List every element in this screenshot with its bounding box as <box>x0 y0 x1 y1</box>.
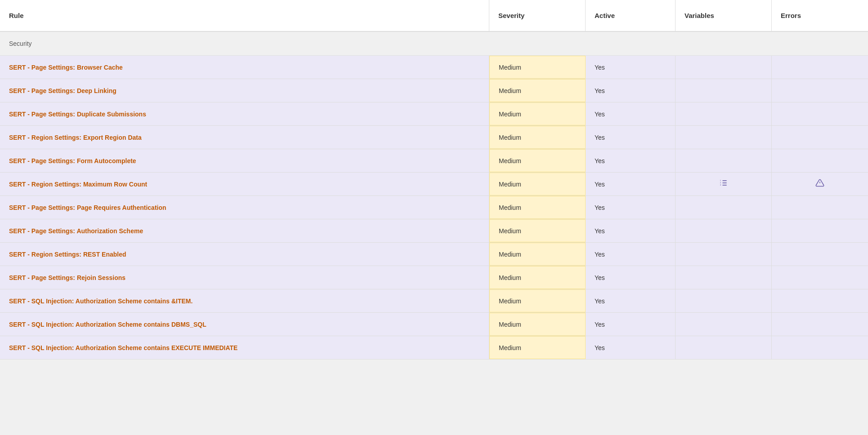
table-row[interactable]: SERT - Page Settings: Duplicate Submissi… <box>0 102 868 126</box>
errors-cell <box>772 102 868 125</box>
table-row[interactable]: SERT - SQL Injection: Authorization Sche… <box>0 289 868 313</box>
table-row[interactable]: SERT - Page Settings: Page Requires Auth… <box>0 196 868 219</box>
variables-cell <box>676 313 772 336</box>
header-errors: Errors <box>772 0 868 31</box>
severity-cell: Medium <box>489 336 586 359</box>
variables-cell <box>676 79 772 102</box>
rule-cell: SERT - SQL Injection: Authorization Sche… <box>0 289 489 312</box>
errors-cell <box>772 56 868 79</box>
table-row[interactable]: SERT - SQL Injection: Authorization Sche… <box>0 313 868 336</box>
variables-cell <box>676 243 772 266</box>
errors-cell <box>772 266 868 289</box>
severity-cell: Medium <box>489 219 586 242</box>
header-rule: Rule <box>0 0 489 31</box>
active-cell: Yes <box>586 79 676 102</box>
severity-cell: Medium <box>489 313 586 336</box>
rule-cell: SERT - Page Settings: Page Requires Auth… <box>0 196 489 219</box>
errors-cell <box>772 126 868 149</box>
active-cell: Yes <box>586 56 676 79</box>
rule-cell: SERT - SQL Injection: Authorization Sche… <box>0 336 489 359</box>
table-row[interactable]: SERT - Region Settings: Export Region Da… <box>0 126 868 149</box>
variables-cell <box>676 336 772 359</box>
rule-cell: SERT - Region Settings: Maximum Row Coun… <box>0 173 489 195</box>
severity-cell: Medium <box>489 289 586 312</box>
header-severity: Severity <box>489 0 586 31</box>
rule-cell: SERT - Page Settings: Deep Linking <box>0 79 489 102</box>
severity-cell: Medium <box>489 196 586 219</box>
errors-cell <box>772 219 868 242</box>
table-row[interactable]: SERT - Page Settings: Rejoin SessionsMed… <box>0 266 868 289</box>
rule-cell: SERT - Page Settings: Duplicate Submissi… <box>0 102 489 125</box>
active-cell: Yes <box>586 243 676 266</box>
severity-cell: Medium <box>489 243 586 266</box>
rule-cell: SERT - SQL Injection: Authorization Sche… <box>0 313 489 336</box>
rule-cell: SERT - Page Settings: Form Autocomplete <box>0 149 489 172</box>
table-row[interactable]: SERT - Page Settings: Authorization Sche… <box>0 219 868 243</box>
rule-name: SERT - Region Settings: REST Enabled <box>9 251 126 258</box>
rule-cell: SERT - Page Settings: Rejoin Sessions <box>0 266 489 289</box>
active-cell: Yes <box>586 289 676 312</box>
errors-cell <box>772 149 868 172</box>
rule-name: SERT - Region Settings: Maximum Row Coun… <box>9 181 147 188</box>
table-row[interactable]: SERT - Region Settings: REST EnabledMedi… <box>0 243 868 266</box>
rule-name: SERT - SQL Injection: Authorization Sche… <box>9 344 237 351</box>
variables-cell <box>676 149 772 172</box>
active-cell: Yes <box>586 196 676 219</box>
table-row[interactable]: SERT - Page Settings: Browser CacheMediu… <box>0 56 868 79</box>
section-security: Security <box>0 32 868 56</box>
rule-cell: SERT - Page Settings: Browser Cache <box>0 56 489 79</box>
errors-cell <box>772 313 868 336</box>
rule-name: SERT - Page Settings: Browser Cache <box>9 64 123 71</box>
errors-cell <box>772 336 868 359</box>
active-cell: Yes <box>586 266 676 289</box>
svg-text:3: 3 <box>720 184 721 186</box>
severity-cell: Medium <box>489 56 586 79</box>
severity-cell: Medium <box>489 126 586 149</box>
variables-cell <box>676 266 772 289</box>
rule-name: SERT - Region Settings: Export Region Da… <box>9 134 142 141</box>
rule-cell: SERT - Page Settings: Authorization Sche… <box>0 219 489 242</box>
severity-cell: Medium <box>489 102 586 125</box>
warning-icon[interactable] <box>815 178 824 190</box>
rule-name: SERT - Page Settings: Duplicate Submissi… <box>9 111 146 118</box>
active-cell: Yes <box>586 336 676 359</box>
rule-name: SERT - SQL Injection: Authorization Sche… <box>9 297 192 305</box>
active-cell: Yes <box>586 219 676 242</box>
variables-cell <box>676 102 772 125</box>
active-cell: Yes <box>586 149 676 172</box>
variables-cell <box>676 196 772 219</box>
variables-cell: 1 2 3 <box>676 173 772 195</box>
variables-cell <box>676 289 772 312</box>
list-icon[interactable]: 1 2 3 <box>719 178 728 190</box>
table-row[interactable]: SERT - Page Settings: Deep LinkingMedium… <box>0 79 868 102</box>
errors-cell <box>772 196 868 219</box>
active-cell: Yes <box>586 126 676 149</box>
table-header: Rule Severity Active Variables Errors <box>0 0 868 32</box>
variables-cell <box>676 126 772 149</box>
errors-cell <box>772 173 868 195</box>
rule-name: SERT - Page Settings: Authorization Sche… <box>9 227 143 235</box>
rule-name: SERT - SQL Injection: Authorization Sche… <box>9 321 206 328</box>
variables-cell <box>676 56 772 79</box>
rule-name: SERT - Page Settings: Deep Linking <box>9 87 116 94</box>
rule-cell: SERT - Region Settings: REST Enabled <box>0 243 489 266</box>
errors-cell <box>772 289 868 312</box>
severity-cell: Medium <box>489 149 586 172</box>
rule-name: SERT - Page Settings: Page Requires Auth… <box>9 204 166 211</box>
active-cell: Yes <box>586 313 676 336</box>
table-row[interactable]: SERT - Region Settings: Maximum Row Coun… <box>0 173 868 196</box>
table-body: SERT - Page Settings: Browser CacheMediu… <box>0 56 868 360</box>
severity-cell: Medium <box>489 79 586 102</box>
active-cell: Yes <box>586 173 676 195</box>
main-table-container: Rule Severity Active Variables Errors Se… <box>0 0 868 435</box>
errors-cell <box>772 79 868 102</box>
severity-cell: Medium <box>489 173 586 195</box>
table-row[interactable]: SERT - Page Settings: Form AutocompleteM… <box>0 149 868 173</box>
table-row[interactable]: SERT - SQL Injection: Authorization Sche… <box>0 336 868 360</box>
errors-cell <box>772 243 868 266</box>
severity-cell: Medium <box>489 266 586 289</box>
rule-name: SERT - Page Settings: Form Autocomplete <box>9 157 136 164</box>
header-active: Active <box>586 0 676 31</box>
header-variables: Variables <box>676 0 772 31</box>
active-cell: Yes <box>586 102 676 125</box>
